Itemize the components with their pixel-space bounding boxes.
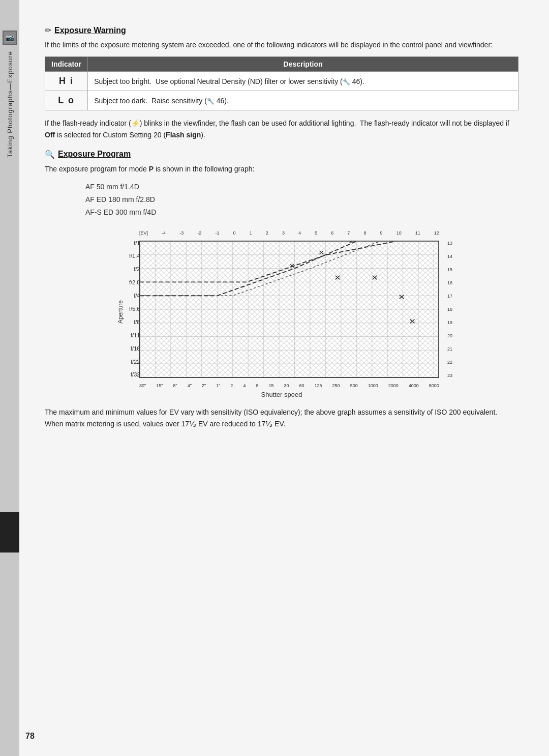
table-row: L o Subject too dark. Raise sensitivity …	[45, 91, 518, 110]
exposure-program-section: 🔍 Exposure Program The exposure program …	[45, 150, 518, 430]
indicator-hi: H i	[45, 72, 88, 91]
graph-wrapper: [EV]-4-3-2-10123456789101112 13141516171…	[45, 225, 518, 398]
table-row: H i Subject too bright. Use optional Neu…	[45, 72, 518, 91]
ev-axis: [EV]-4-3-2-10123456789101112	[139, 230, 439, 236]
svg-text:✕: ✕	[348, 241, 353, 245]
exposure-program-heading: 🔍 Exposure Program	[45, 150, 518, 159]
y-axis-ticks: f/1 f/1.4 f/2 f/2.8 f/4 f/5.6 f/8 f/11 f…	[129, 241, 140, 378]
lens-item: AF 50 mm f/1.4D	[85, 181, 518, 193]
page: 📷 Taking Photographs—Exposure ✏ Exposure…	[0, 0, 549, 756]
x-axis-label: Shutter speed	[261, 391, 302, 398]
exposure-warning-title: Exposure Warning	[54, 26, 126, 35]
graph-inner: ✕ ✕ ✕ ✕ ✕ ✕ ✕	[139, 241, 439, 378]
page-number: 78	[25, 732, 35, 741]
exposure-program-title: Exposure Program	[58, 150, 131, 159]
camera-icon: 📷	[3, 31, 17, 45]
exposure-program-intro: The exposure program for mode P is shown…	[45, 163, 518, 175]
indicator-lo: L o	[45, 91, 88, 110]
svg-text:✕: ✕	[289, 261, 295, 269]
description-hi: Subject too bright. Use optional Neutral…	[88, 72, 518, 91]
svg-text:✕: ✕	[371, 273, 378, 281]
svg-text:✕: ✕	[409, 316, 416, 325]
table-header-description: Description	[88, 57, 518, 72]
right-ev-axis: 1314151617181920212223	[447, 241, 452, 378]
main-content: ✏ Exposure Warning If the limits of the …	[19, 0, 549, 756]
sidebar: 📷 Taking Photographs—Exposure	[0, 0, 19, 756]
exposure-warning-intro: If the limits of the exposure metering s…	[45, 39, 518, 50]
sidebar-label: Taking Photographs—Exposure	[6, 51, 14, 158]
description-lo: Subject too dark. Raise sensitivity (🔧 4…	[88, 91, 518, 110]
pencil-icon: ✏	[45, 25, 51, 35]
indicator-table: Indicator Description H i Subject too br…	[45, 56, 518, 110]
lens-item: AF-S ED 300 mm f/4D	[85, 206, 518, 219]
svg-text:✕: ✕	[318, 248, 325, 256]
lens-item: AF ED 180 mm f/2.8D	[85, 193, 518, 206]
svg-text:✕: ✕	[398, 292, 405, 301]
flash-text: If the flash-ready indicator (⚡) blinks …	[45, 118, 518, 141]
svg-text:✕: ✕	[334, 273, 341, 281]
lens-list: AF 50 mm f/1.4D AF ED 180 mm f/2.8D AF-S…	[85, 181, 518, 219]
table-header-indicator: Indicator	[45, 57, 88, 72]
graph-svg: ✕ ✕ ✕ ✕ ✕ ✕ ✕	[140, 241, 439, 377]
y-axis-label: Aperture	[117, 300, 124, 324]
exposure-warning-heading: ✏ Exposure Warning	[45, 25, 518, 35]
program-icon: 🔍	[45, 150, 55, 159]
graph-container: [EV]-4-3-2-10123456789101112 13141516171…	[109, 225, 454, 398]
sidebar-black-bar	[0, 512, 19, 553]
x-axis-ticks: 30"15"8"4"2"1"24815306012525050010002000…	[139, 383, 439, 388]
footnote-text: The maximum and minimum values for EV va…	[45, 406, 518, 430]
